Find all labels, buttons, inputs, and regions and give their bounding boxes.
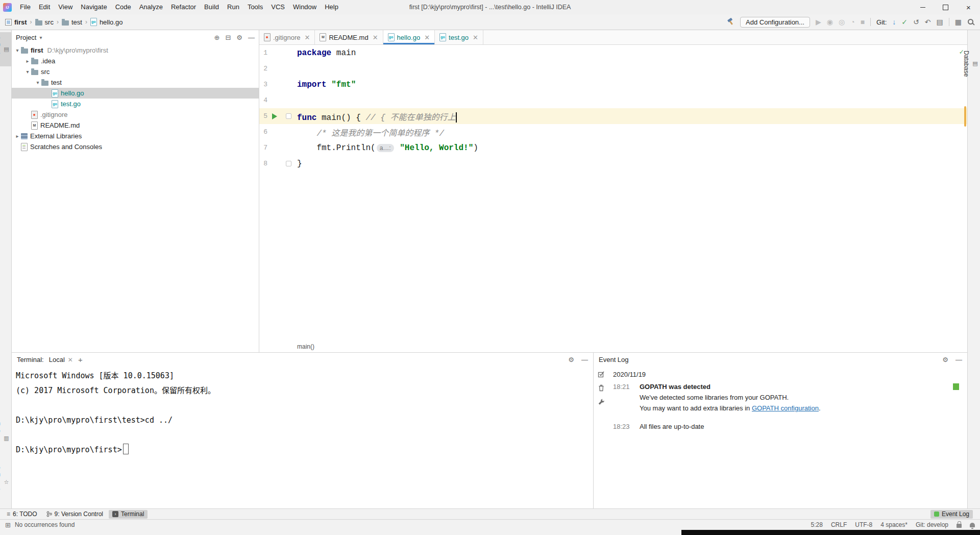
hide-panel-icon[interactable]: — [248, 34, 255, 41]
minimize-icon[interactable]: — [581, 356, 588, 363]
chevron-collapsed-icon[interactable]: ▸ [24, 58, 31, 64]
minimize-icon[interactable]: — [955, 356, 962, 363]
menu-run[interactable]: Run [223, 0, 243, 14]
menu-build[interactable]: Build [200, 0, 223, 14]
clear-all-trash-icon[interactable] [598, 384, 605, 392]
tool-window-button-terminal[interactable]: ›Terminal [109, 510, 148, 519]
debug-icon[interactable]: ◉ [827, 18, 833, 26]
git-branch[interactable]: Git: develop [916, 521, 948, 528]
new-session-icon[interactable]: + [78, 355, 83, 364]
tree-item-test[interactable]: ▾test [12, 77, 259, 88]
code-line-1[interactable]: 1package main [259, 45, 967, 61]
code-line-8[interactable]: 8} [259, 156, 967, 172]
breadcrumb-item-src[interactable]: src [35, 18, 54, 26]
menu-vcs[interactable]: VCS [267, 0, 289, 14]
chevron-expanded-icon[interactable]: ▾ [34, 80, 41, 85]
fold-marker-slot[interactable] [282, 113, 293, 119]
editor-tab-hello-go[interactable]: gohello.go✕ [383, 30, 435, 44]
tree-item-test-go[interactable]: gotest.go [12, 99, 259, 109]
tool-window-button-event-log[interactable]: Event Log [930, 510, 973, 519]
editor-tab-test-go[interactable]: gotest.go✕ [435, 30, 483, 44]
fold-marker-slot[interactable] [282, 161, 293, 166]
tool-window-button-9-version-control[interactable]: 9: Version Control [43, 510, 107, 519]
maximize-button[interactable] [934, 0, 957, 14]
menu-tools[interactable]: Tools [243, 0, 267, 14]
menu-file[interactable]: File [16, 0, 35, 14]
settings-gear-icon[interactable]: ⚙ [236, 34, 242, 41]
editor-tab-gitignore[interactable]: .gitignore✕ [259, 30, 315, 44]
terminal-output[interactable]: Microsoft Windows [版本 10.0.15063](c) 201… [12, 367, 593, 510]
line-separator[interactable]: CRLF [831, 521, 847, 528]
breadcrumb-item-hello-go[interactable]: gohello.go [90, 18, 123, 26]
tool-stripe-button-1-project[interactable]: ▤1: Project [0, 32, 11, 66]
menu-edit[interactable]: Edit [35, 0, 54, 14]
tree-item-src[interactable]: ▾src [12, 66, 259, 77]
build-hammer-icon[interactable] [726, 18, 734, 26]
run-icon[interactable]: ▶ [816, 18, 821, 26]
menu-refactor[interactable]: Refactor [167, 0, 200, 14]
editor-pane[interactable]: 1package main23import "fmt"45func main()… [259, 45, 967, 341]
breadcrumb-item-first[interactable]: first [5, 18, 27, 26]
code-line-6[interactable]: 6 /* 这是我的第一个简单的程序 */ [259, 124, 967, 140]
git-shelf-icon[interactable]: ▤ [937, 18, 943, 26]
tree-item-scratches-and-consoles[interactable]: Scratches and Consoles [12, 141, 259, 152]
tree-item-external-libraries[interactable]: ▸External Libraries [12, 131, 259, 141]
scrollbar-change-marker[interactable] [964, 106, 966, 127]
file-encoding[interactable]: UTF-8 [855, 521, 872, 528]
editor-tab-readme-md[interactable]: README.md✕ [315, 30, 383, 44]
minimize-button[interactable] [911, 0, 934, 14]
git-history-icon[interactable]: ↺ [913, 18, 919, 26]
tree-item-first[interactable]: ▾firstD:\kjy\pro\mypro\first [12, 45, 259, 56]
close-icon[interactable]: ✕ [373, 34, 378, 41]
code-line-3[interactable]: 3import "fmt" [259, 77, 967, 92]
collapse-all-icon[interactable]: ⊟ [225, 34, 231, 41]
chevron-down-icon[interactable]: ▾ [39, 35, 42, 40]
chevron-expanded-icon[interactable]: ▾ [24, 69, 31, 75]
close-icon[interactable]: ✕ [473, 34, 478, 41]
menu-help[interactable]: Help [321, 0, 342, 14]
close-button[interactable]: × [957, 0, 980, 14]
search-everywhere-icon[interactable] [967, 18, 975, 26]
tool-window-switcher-icon[interactable]: ⊞ [5, 521, 11, 529]
coverage-icon[interactable]: ◎ [839, 18, 845, 26]
stop-icon[interactable]: ■ [861, 18, 865, 26]
run-gutter-icon[interactable] [267, 113, 282, 119]
tree-item-gitignore[interactable]: .gitignore [12, 109, 259, 120]
tree-item-idea[interactable]: ▸.idea [12, 56, 259, 66]
menu-analyze[interactable]: Analyze [135, 0, 167, 14]
settings-gear-icon[interactable]: ⚙ [942, 356, 948, 363]
chevron-collapsed-icon[interactable]: ▸ [14, 133, 21, 139]
readonly-lock-icon[interactable] [957, 524, 962, 528]
menu-navigate[interactable]: Navigate [77, 0, 111, 14]
close-icon[interactable]: ✕ [68, 356, 73, 363]
add-configuration-button[interactable]: Add Configuration... [740, 17, 810, 28]
menu-view[interactable]: View [54, 0, 77, 14]
caret-position[interactable]: 5:28 [811, 521, 823, 528]
breadcrumb-item-test[interactable]: test [62, 18, 82, 26]
breadcrumb-scope[interactable]: main() [297, 343, 314, 350]
indent-style[interactable]: 4 spaces* [880, 521, 908, 528]
locate-file-icon[interactable]: ⊕ [214, 34, 220, 41]
gopath-configuration-link[interactable]: GOPATH configuration [752, 404, 819, 412]
tool-stripe-button-database[interactable]: ▤Database [968, 46, 980, 81]
code-line-2[interactable]: 2 [259, 61, 967, 77]
tool-stripe-button-7-structure[interactable]: ▥7: Structure [0, 418, 11, 458]
settings-wrench-icon[interactable] [598, 398, 605, 405]
menu-window[interactable]: Window [289, 0, 321, 14]
settings-gear-icon[interactable]: ⚙ [568, 356, 574, 363]
git-update-icon[interactable]: ↓ [892, 18, 896, 26]
tree-item-readme-md[interactable]: README.md [12, 120, 259, 131]
menu-code[interactable]: Code [111, 0, 135, 14]
mark-all-read-icon[interactable] [598, 371, 605, 378]
git-rollback-icon[interactable]: ↶ [925, 18, 931, 26]
tree-item-hello-go[interactable]: gohello.go [12, 88, 259, 99]
git-commit-icon[interactable]: ✓ [901, 18, 908, 26]
code-line-4[interactable]: 4 [259, 92, 967, 108]
code-line-7[interactable]: 7 fmt.Println(a…: "Hello, World!") [259, 140, 967, 156]
tool-stripe-button-2-favorites[interactable]: ☆2: Favorites [0, 462, 11, 502]
inspection-ok-icon[interactable]: ✓ [960, 47, 964, 56]
project-panel-title[interactable]: Project [16, 34, 36, 41]
tool-window-button-6-todo[interactable]: ≡6: TODO [3, 510, 41, 519]
close-icon[interactable]: ✕ [304, 34, 310, 41]
code-line-5[interactable]: 5func main() { // { 不能在单独的行上 [259, 108, 967, 124]
